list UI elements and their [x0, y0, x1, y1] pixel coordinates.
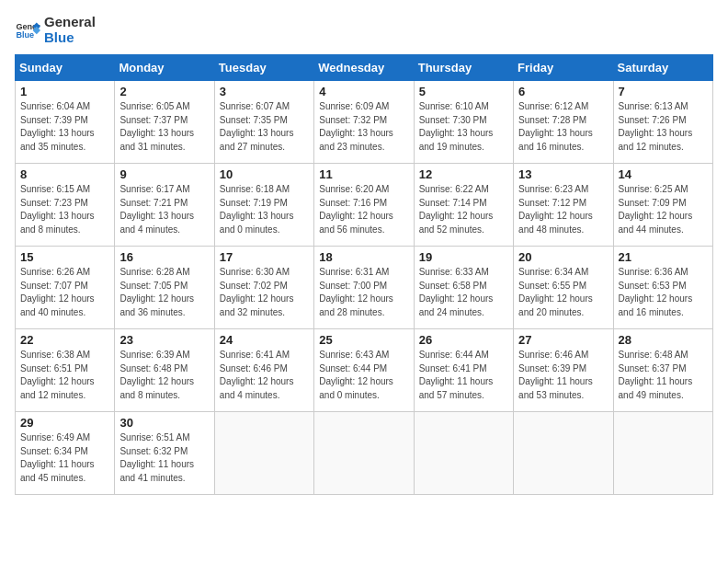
calendar-cell: 25Sunrise: 6:43 AM Sunset: 6:44 PM Dayli…: [314, 329, 414, 412]
week-row-4: 22Sunrise: 6:38 AM Sunset: 6:51 PM Dayli…: [16, 329, 713, 412]
day-info: Sunrise: 6:12 AM Sunset: 7:28 PM Dayligh…: [518, 100, 608, 154]
week-row-1: 1Sunrise: 6:04 AM Sunset: 7:39 PM Daylig…: [16, 81, 713, 164]
weekday-header-sunday: Sunday: [16, 55, 115, 81]
day-info: Sunrise: 6:31 AM Sunset: 7:00 PM Dayligh…: [319, 266, 408, 319]
day-number: 25: [319, 333, 408, 347]
calendar-cell: 21Sunrise: 6:36 AM Sunset: 6:53 PM Dayli…: [613, 247, 712, 329]
weekday-header-monday: Monday: [115, 55, 214, 81]
day-info: Sunrise: 6:38 AM Sunset: 6:51 PM Dayligh…: [20, 349, 109, 402]
calendar-table: SundayMondayTuesdayWednesdayThursdayFrid…: [15, 54, 713, 495]
calendar-cell: 29Sunrise: 6:49 AM Sunset: 6:34 PM Dayli…: [16, 412, 115, 495]
calendar-cell: [414, 412, 513, 495]
weekday-header-saturday: Saturday: [613, 55, 712, 81]
calendar-cell: 9Sunrise: 6:17 AM Sunset: 7:21 PM Daylig…: [115, 164, 214, 247]
calendar-cell: 11Sunrise: 6:20 AM Sunset: 7:16 PM Dayli…: [314, 164, 414, 247]
day-info: Sunrise: 6:28 AM Sunset: 7:05 PM Dayligh…: [119, 266, 209, 319]
day-number: 4: [319, 85, 408, 98]
day-number: 20: [518, 250, 608, 264]
day-number: 26: [419, 333, 508, 347]
day-number: 3: [220, 85, 309, 98]
calendar-cell: 5Sunrise: 6:10 AM Sunset: 7:30 PM Daylig…: [414, 81, 513, 164]
calendar-cell: 4Sunrise: 6:09 AM Sunset: 7:32 PM Daylig…: [314, 81, 414, 164]
calendar-cell: 15Sunrise: 6:26 AM Sunset: 7:07 PM Dayli…: [16, 247, 115, 329]
logo-icon: General Blue: [15, 17, 40, 43]
day-info: Sunrise: 6:05 AM Sunset: 7:37 PM Dayligh…: [119, 100, 209, 154]
calendar-cell: 12Sunrise: 6:22 AM Sunset: 7:14 PM Dayli…: [414, 164, 513, 247]
calendar-cell: [214, 412, 313, 495]
day-number: 6: [518, 85, 608, 98]
calendar-cell: 18Sunrise: 6:31 AM Sunset: 7:00 PM Dayli…: [314, 247, 414, 329]
week-row-3: 15Sunrise: 6:26 AM Sunset: 7:07 PM Dayli…: [16, 247, 713, 329]
svg-text:Blue: Blue: [16, 30, 34, 40]
day-number: 10: [220, 167, 309, 181]
calendar-cell: 28Sunrise: 6:48 AM Sunset: 6:37 PM Dayli…: [613, 329, 712, 412]
weekday-header-row: SundayMondayTuesdayWednesdayThursdayFrid…: [16, 55, 713, 81]
calendar-cell: 30Sunrise: 6:51 AM Sunset: 6:32 PM Dayli…: [115, 412, 214, 495]
day-number: 23: [119, 333, 209, 347]
calendar-cell: 10Sunrise: 6:18 AM Sunset: 7:19 PM Dayli…: [214, 164, 313, 247]
day-number: 7: [619, 85, 708, 98]
day-info: Sunrise: 6:13 AM Sunset: 7:26 PM Dayligh…: [619, 100, 708, 154]
calendar-cell: 24Sunrise: 6:41 AM Sunset: 6:46 PM Dayli…: [214, 329, 313, 412]
day-number: 8: [20, 167, 109, 181]
day-info: Sunrise: 6:26 AM Sunset: 7:07 PM Dayligh…: [20, 266, 109, 319]
day-number: 5: [419, 85, 508, 98]
calendar-cell: 23Sunrise: 6:39 AM Sunset: 6:48 PM Dayli…: [115, 329, 214, 412]
weekday-header-friday: Friday: [514, 55, 613, 81]
day-info: Sunrise: 6:49 AM Sunset: 6:34 PM Dayligh…: [20, 431, 109, 485]
day-number: 13: [518, 167, 608, 181]
calendar-cell: 22Sunrise: 6:38 AM Sunset: 6:51 PM Dayli…: [16, 329, 115, 412]
week-row-5: 29Sunrise: 6:49 AM Sunset: 6:34 PM Dayli…: [16, 412, 713, 495]
calendar-cell: 2Sunrise: 6:05 AM Sunset: 7:37 PM Daylig…: [115, 81, 214, 164]
logo: General Blue General Blue: [15, 15, 96, 45]
day-info: Sunrise: 6:48 AM Sunset: 6:37 PM Dayligh…: [619, 349, 708, 402]
day-number: 17: [220, 250, 309, 264]
day-info: Sunrise: 6:39 AM Sunset: 6:48 PM Dayligh…: [119, 349, 209, 402]
day-info: Sunrise: 6:30 AM Sunset: 7:02 PM Dayligh…: [220, 266, 309, 319]
day-info: Sunrise: 6:22 AM Sunset: 7:14 PM Dayligh…: [419, 183, 508, 236]
calendar-cell: 16Sunrise: 6:28 AM Sunset: 7:05 PM Dayli…: [115, 247, 214, 329]
calendar-cell: 13Sunrise: 6:23 AM Sunset: 7:12 PM Dayli…: [514, 164, 613, 247]
day-number: 21: [619, 250, 708, 264]
day-info: Sunrise: 6:43 AM Sunset: 6:44 PM Dayligh…: [319, 349, 408, 402]
day-info: Sunrise: 6:17 AM Sunset: 7:21 PM Dayligh…: [119, 183, 209, 236]
day-number: 29: [20, 416, 109, 430]
day-info: Sunrise: 6:33 AM Sunset: 6:58 PM Dayligh…: [419, 266, 508, 319]
calendar-cell: 1Sunrise: 6:04 AM Sunset: 7:39 PM Daylig…: [16, 81, 115, 164]
day-number: 22: [20, 333, 109, 347]
day-info: Sunrise: 6:18 AM Sunset: 7:19 PM Dayligh…: [220, 183, 309, 236]
calendar-cell: 14Sunrise: 6:25 AM Sunset: 7:09 PM Dayli…: [613, 164, 712, 247]
day-number: 30: [119, 416, 209, 430]
day-info: Sunrise: 6:23 AM Sunset: 7:12 PM Dayligh…: [518, 183, 608, 236]
calendar-cell: 20Sunrise: 6:34 AM Sunset: 6:55 PM Dayli…: [514, 247, 613, 329]
calendar-cell: 3Sunrise: 6:07 AM Sunset: 7:35 PM Daylig…: [214, 81, 313, 164]
calendar-cell: 19Sunrise: 6:33 AM Sunset: 6:58 PM Dayli…: [414, 247, 513, 329]
calendar-cell: 7Sunrise: 6:13 AM Sunset: 7:26 PM Daylig…: [613, 81, 712, 164]
day-number: 11: [319, 167, 408, 181]
page-header: General Blue General Blue: [15, 15, 713, 45]
day-number: 2: [119, 85, 209, 98]
day-info: Sunrise: 6:34 AM Sunset: 6:55 PM Dayligh…: [518, 266, 608, 319]
day-info: Sunrise: 6:20 AM Sunset: 7:16 PM Dayligh…: [319, 183, 408, 236]
calendar-cell: [314, 412, 414, 495]
day-number: 24: [220, 333, 309, 347]
day-info: Sunrise: 6:36 AM Sunset: 6:53 PM Dayligh…: [619, 266, 708, 319]
day-info: Sunrise: 6:04 AM Sunset: 7:39 PM Dayligh…: [20, 100, 109, 154]
day-info: Sunrise: 6:44 AM Sunset: 6:41 PM Dayligh…: [419, 349, 508, 402]
day-number: 12: [419, 167, 508, 181]
day-info: Sunrise: 6:09 AM Sunset: 7:32 PM Dayligh…: [319, 100, 408, 154]
calendar-cell: [514, 412, 613, 495]
day-number: 27: [518, 333, 608, 347]
calendar-cell: 17Sunrise: 6:30 AM Sunset: 7:02 PM Dayli…: [214, 247, 313, 329]
logo-general: General: [44, 15, 96, 30]
day-info: Sunrise: 6:41 AM Sunset: 6:46 PM Dayligh…: [220, 349, 309, 402]
day-info: Sunrise: 6:25 AM Sunset: 7:09 PM Dayligh…: [619, 183, 708, 236]
logo-blue: Blue: [44, 30, 96, 46]
day-number: 15: [20, 250, 109, 264]
day-info: Sunrise: 6:46 AM Sunset: 6:39 PM Dayligh…: [518, 349, 608, 402]
weekday-header-wednesday: Wednesday: [314, 55, 414, 81]
calendar-cell: [613, 412, 712, 495]
day-number: 28: [619, 333, 708, 347]
day-info: Sunrise: 6:07 AM Sunset: 7:35 PM Dayligh…: [220, 100, 309, 154]
day-info: Sunrise: 6:10 AM Sunset: 7:30 PM Dayligh…: [419, 100, 508, 154]
